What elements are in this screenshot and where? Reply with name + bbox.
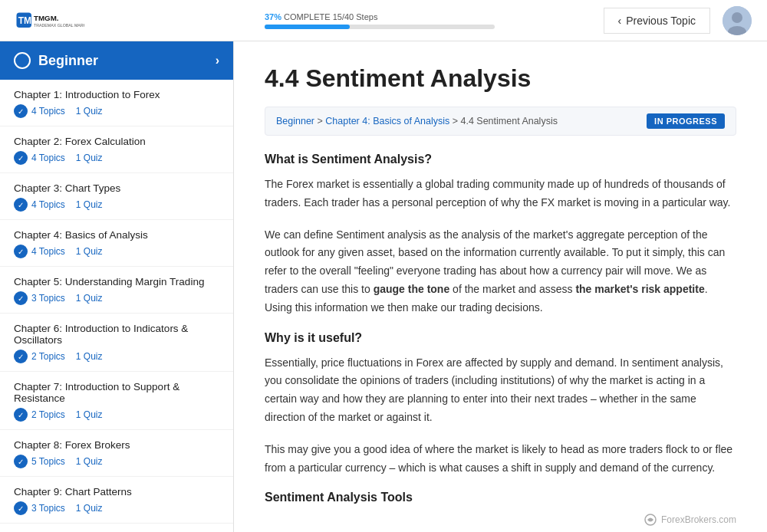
progress-bar-fill [265,25,350,29]
chapter-8-quiz: 1 Quiz [76,456,103,467]
breadcrumb-current: 4.4 Sentiment Analysis [460,116,557,126]
sidebar-header-left: Beginner [14,52,98,69]
breadcrumb-bar: Beginner > Chapter 4: Basics of Analysis… [265,107,736,136]
forexbrokers-icon [644,514,657,526]
forexbrokers-logo: ForexBrokers.com [265,514,736,526]
breadcrumb-chapter[interactable]: Chapter 4: Basics of Analysis [325,116,449,126]
chapter-7-title: Chapter 7: Introduction to Support & Res… [14,381,219,404]
chapter-3-topics: ✓ 4 Topics [14,198,65,212]
chapter-7-quiz: 1 Quiz [76,409,103,420]
chapter-8-check-icon: ✓ [14,455,28,468]
main-layout: Beginner › Chapter 1: Introduction to Fo… [0,41,767,532]
sidebar-header: Beginner › [0,41,233,80]
prev-chevron-icon: ‹ [618,15,622,27]
chapter-4-check-icon: ✓ [14,245,28,258]
chapter-6-quiz: 1 Quiz [76,351,103,362]
body-text-4: This may give you a good idea of where t… [265,441,736,478]
top-bar: TM TMGM. TRADEMAX GLOBAL MARKETS 37% COM… [0,0,767,41]
chapter-8-topics: ✓ 5 Topics [14,455,65,468]
sidebar-item-chapter-4[interactable]: Chapter 4: Basics of Analysis ✓ 4 Topics… [0,220,233,267]
nav-buttons: ‹ Previous Topic [604,8,710,34]
chapter-7-meta: ✓ 2 Topics 1 Quiz [14,408,219,422]
chapter-1-check-icon: ✓ [14,104,28,118]
chapter-3-title: Chapter 3: Chart Types [14,182,219,194]
in-progress-badge: IN PROGRESS [647,113,725,129]
chapter-2-meta: ✓ 4 Topics 1 Quiz [14,151,219,165]
chapter-2-title: Chapter 2: Forex Calculation [14,136,219,147]
chapter-8-title: Chapter 8: Forex Brokers [14,439,219,451]
forexbrokers-text: ForexBrokers.com [661,514,736,525]
content-area: 4.4 Sentiment Analysis Beginner > Chapte… [234,41,767,532]
progress-label: 37% COMPLETE 15/40 Steps [265,12,588,21]
section-heading-2: Why is it useful? [265,331,736,345]
progress-steps: 15/40 Steps [333,12,378,21]
prev-topic-label: Previous Topic [626,15,696,27]
sidebar-item-chapter-5[interactable]: Chapter 5: Understanding Margin Trading … [0,267,233,314]
chapter-3-meta: ✓ 4 Topics 1 Quiz [14,198,219,212]
breadcrumb: Beginner > Chapter 4: Basics of Analysis… [276,116,558,126]
chapter-1-quiz: 1 Quiz [76,106,103,117]
tmgm-logo: TM TMGM. TRADEMAX GLOBAL MARKETS [15,7,84,34]
chapter-9-topics: ✓ 3 Topics [14,501,65,515]
chapter-7-check-icon: ✓ [14,408,28,422]
body-text-3: Essentially, price fluctuations in Forex… [265,354,736,427]
chapter-5-meta: ✓ 3 Topics 1 Quiz [14,291,219,305]
sidebar-collapse-icon[interactable]: › [216,54,219,67]
chapter-9-title: Chapter 9: Chart Patterns [14,486,219,498]
section-heading-1: What is Sentiment Analysis? [265,153,736,166]
section-heading-3: Sentiment Analysis Tools [265,491,736,504]
sidebar-item-chapter-7[interactable]: Chapter 7: Introduction to Support & Res… [0,372,233,430]
chapter-1-topics: ✓ 4 Topics [14,104,65,118]
sidebar-title: Beginner [38,53,98,69]
chapter-3-check-icon: ✓ [14,198,28,212]
chapter-1-meta: ✓ 4 Topics 1 Quiz [14,104,219,118]
user-avatar-img [723,6,752,35]
logo-area: TM TMGM. TRADEMAX GLOBAL MARKETS [15,7,249,34]
breadcrumb-beginner[interactable]: Beginner [276,116,314,126]
sidebar-item-chapter-2[interactable]: Chapter 2: Forex Calculation ✓ 4 Topics … [0,126,233,173]
chapter-9-check-icon: ✓ [14,501,28,515]
chapter-4-title: Chapter 4: Basics of Analysis [14,229,219,241]
body-text-2: We can define Sentiment analysis as the … [265,226,736,317]
sidebar-item-chapter-1[interactable]: Chapter 1: Introduction to Forex ✓ 4 Top… [0,80,233,126]
chapter-2-quiz: 1 Quiz [76,153,103,163]
progress-percent: 37% [265,12,281,21]
chapter-2-check-icon: ✓ [14,151,28,165]
svg-text:TM: TM [18,15,31,25]
prev-topic-button[interactable]: ‹ Previous Topic [604,8,710,34]
chapter-2-topics: ✓ 4 Topics [14,151,65,165]
chapter-8-meta: ✓ 5 Topics 1 Quiz [14,455,219,468]
chapter-5-check-icon: ✓ [14,291,28,305]
sidebar-circle-icon [14,52,31,69]
chapter-4-meta: ✓ 4 Topics 1 Quiz [14,245,219,258]
chapter-6-topics: ✓ 2 Topics [14,350,65,363]
progress-area: 37% COMPLETE 15/40 Steps [249,12,604,29]
chapter-9-meta: ✓ 3 Topics 1 Quiz [14,501,219,515]
bold-gauge-tone: gauge the tone [374,283,450,295]
chapter-4-topics: ✓ 4 Topics [14,245,65,258]
chapter-7-topics: ✓ 2 Topics [14,408,65,422]
chapter-5-topics: ✓ 3 Topics [14,291,65,305]
bold-risk-appetite: the market's risk appetite [575,283,704,295]
chapter-6-title: Chapter 6: Introduction to Indicators & … [14,323,219,346]
progress-bar-bg [265,25,495,29]
page-title: 4.4 Sentiment Analysis [265,64,736,93]
sidebar-item-chapter-6[interactable]: Chapter 6: Introduction to Indicators & … [0,314,233,372]
sidebar-item-chapter-9[interactable]: Chapter 9: Chart Patterns ✓ 3 Topics 1 Q… [0,477,233,524]
body-text-1: The Forex market is essentially a global… [265,176,736,212]
chapter-5-quiz: 1 Quiz [76,293,103,304]
chapter-1-title: Chapter 1: Introduction to Forex [14,89,219,100]
chapter-4-quiz: 1 Quiz [76,246,103,257]
avatar[interactable] [723,6,752,35]
sidebar-chapter-list: Chapter 1: Introduction to Forex ✓ 4 Top… [0,80,233,532]
chapter-6-meta: ✓ 2 Topics 1 Quiz [14,350,219,363]
progress-complete-label: COMPLETE [284,12,333,21]
sidebar-item-chapter-8[interactable]: Chapter 8: Forex Brokers ✓ 5 Topics 1 Qu… [0,430,233,477]
sidebar-item-chapter-3[interactable]: Chapter 3: Chart Types ✓ 4 Topics 1 Quiz [0,173,233,220]
svg-text:TMGM.: TMGM. [34,14,59,22]
svg-point-5 [732,12,742,23]
sidebar: Beginner › Chapter 1: Introduction to Fo… [0,41,234,532]
chapter-5-title: Chapter 5: Understanding Margin Trading [14,276,219,287]
svg-text:TRADEMAX GLOBAL MARKETS: TRADEMAX GLOBAL MARKETS [34,22,84,27]
chapter-6-check-icon: ✓ [14,350,28,363]
